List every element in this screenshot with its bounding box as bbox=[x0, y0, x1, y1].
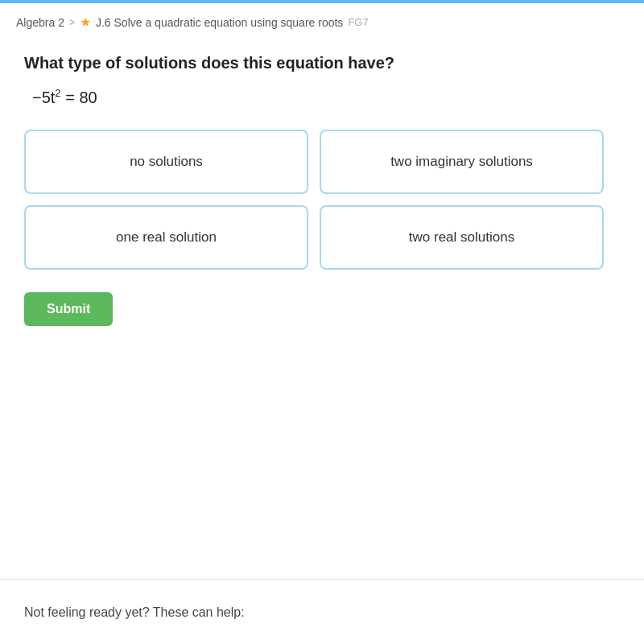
submit-button[interactable]: Submit bbox=[24, 292, 113, 326]
star-icon: ★ bbox=[80, 14, 91, 30]
breadcrumb-current: ★ J.6 Solve a quadratic equation using s… bbox=[80, 14, 369, 30]
breadcrumb-code: FG7 bbox=[348, 16, 368, 28]
footer-help-text: Not feeling ready yet? These can help: bbox=[24, 605, 245, 620]
option-two-real-solutions[interactable]: two real solutions bbox=[320, 205, 604, 270]
breadcrumb-separator: > bbox=[69, 17, 75, 28]
options-grid: no solutions two imaginary solutions one… bbox=[24, 130, 604, 270]
breadcrumb-lesson: J.6 Solve a quadratic equation using squ… bbox=[96, 16, 343, 29]
option-one-real-solution[interactable]: one real solution bbox=[24, 205, 308, 270]
divider bbox=[0, 579, 644, 580]
breadcrumb-home: Algebra 2 bbox=[16, 16, 64, 29]
question-text: What type of solutions does this equatio… bbox=[24, 54, 620, 72]
option-no-solutions[interactable]: no solutions bbox=[24, 130, 308, 194]
equation-display: −5t2 = 80 bbox=[32, 87, 620, 107]
breadcrumb: Algebra 2 > ★ J.6 Solve a quadratic equa… bbox=[0, 3, 644, 38]
main-content: What type of solutions does this equatio… bbox=[0, 38, 644, 342]
option-two-imaginary-solutions[interactable]: two imaginary solutions bbox=[320, 130, 604, 194]
